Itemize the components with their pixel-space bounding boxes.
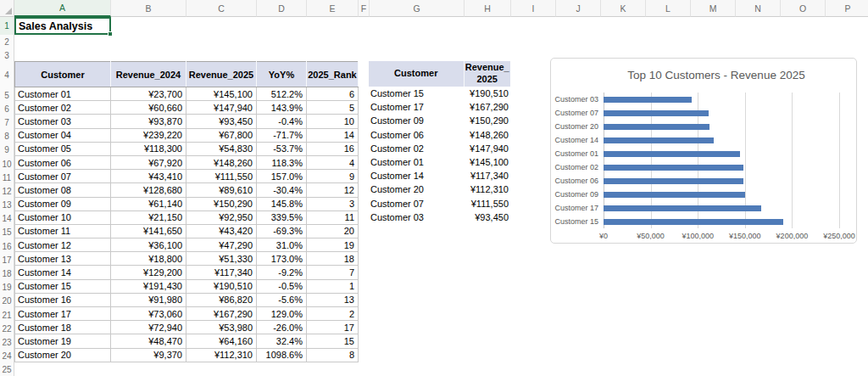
row-header-13[interactable]: 13	[0, 199, 14, 212]
cell[interactable]: 3	[307, 197, 359, 210]
cell[interactable]: Customer 12	[15, 239, 111, 252]
cell[interactable]: -53.7%	[257, 142, 307, 155]
cell[interactable]: ¥191,430	[111, 279, 186, 293]
select-all-corner[interactable]	[0, 0, 14, 17]
cell[interactable]: 143.9%	[257, 101, 307, 115]
cell[interactable]: ¥150,290	[464, 114, 510, 127]
cell[interactable]: 129.0%	[257, 307, 307, 321]
cell[interactable]: ¥9,370	[111, 348, 186, 362]
row-header-23[interactable]: 23	[0, 335, 14, 349]
cell[interactable]: 4	[307, 155, 359, 169]
row-header-17[interactable]: 17	[0, 253, 14, 267]
column-header-B[interactable]: B	[111, 0, 186, 17]
row-header-25[interactable]: 25	[0, 363, 14, 376]
cell[interactable]: ¥67,800	[186, 128, 257, 142]
cell[interactable]: 5	[307, 101, 359, 115]
cell[interactable]: Customer 15	[15, 279, 111, 293]
column-header-K[interactable]: K	[601, 0, 646, 17]
cell[interactable]: ¥93,450	[464, 210, 510, 224]
chart-bar[interactable]	[604, 137, 714, 143]
column-header-F[interactable]: F	[359, 0, 370, 17]
cell[interactable]: ¥112,310	[464, 182, 510, 196]
cell[interactable]: ¥54,830	[186, 142, 257, 155]
cell[interactable]: 15	[307, 334, 359, 348]
cell[interactable]: ¥18,800	[111, 252, 186, 266]
cell[interactable]: ¥150,290	[186, 197, 257, 210]
cell[interactable]: 18	[307, 252, 359, 266]
cell[interactable]: 1	[307, 279, 359, 293]
row-header-11[interactable]: 11	[0, 171, 14, 184]
column-header-cell[interactable]: Revenue_2025	[186, 62, 257, 87]
cell[interactable]: 9	[307, 170, 359, 183]
cell[interactable]: ¥141,650	[111, 224, 186, 238]
cell[interactable]: Customer 05	[15, 142, 111, 155]
cell[interactable]: ¥129,200	[111, 266, 186, 279]
column-header-cell[interactable]: Revenue_2024	[111, 62, 186, 87]
cell[interactable]: Customer 03	[369, 210, 464, 224]
column-header-L[interactable]: L	[646, 0, 691, 17]
chart-bar[interactable]	[604, 151, 740, 157]
row-header-4[interactable]: 4	[0, 62, 14, 88]
cell[interactable]: 12	[307, 183, 359, 197]
row-header-14[interactable]: 14	[0, 212, 14, 226]
cell[interactable]: 7	[307, 266, 359, 279]
cell[interactable]: ¥60,660	[111, 101, 186, 115]
cell[interactable]: Customer 14	[15, 266, 111, 279]
cell[interactable]: ¥43,420	[186, 224, 257, 238]
cell[interactable]: ¥91,980	[111, 293, 186, 306]
cell[interactable]: ¥145,100	[186, 87, 257, 101]
row-header-21[interactable]: 21	[0, 308, 14, 322]
row-header-16[interactable]: 16	[0, 239, 14, 253]
row-header-7[interactable]: 7	[0, 115, 14, 129]
cell[interactable]: -0.4%	[257, 115, 307, 128]
cell[interactable]: ¥23,700	[111, 87, 186, 101]
column-header-E[interactable]: E	[307, 0, 359, 17]
cell[interactable]: ¥51,330	[186, 252, 257, 266]
cell[interactable]: Customer 14	[369, 169, 464, 182]
cell[interactable]: ¥112,310	[186, 348, 257, 362]
cell[interactable]: -9.2%	[257, 266, 307, 279]
cell[interactable]: ¥111,550	[186, 170, 257, 183]
cell[interactable]: Customer 13	[15, 252, 111, 266]
cell[interactable]: ¥48,470	[111, 334, 186, 348]
row-header-3[interactable]: 3	[0, 48, 14, 62]
row-header-5[interactable]: 5	[0, 88, 14, 102]
cell[interactable]: 157.0%	[257, 170, 307, 183]
cell[interactable]: 118.3%	[257, 155, 307, 169]
cell[interactable]: ¥36,100	[111, 239, 186, 252]
cell[interactable]: Customer 10	[15, 210, 111, 224]
column-header-D[interactable]: D	[257, 0, 307, 17]
cell[interactable]: ¥117,340	[464, 169, 510, 182]
column-header-cell[interactable]: YoY%	[257, 62, 307, 87]
cell[interactable]: 512.2%	[257, 87, 307, 101]
cell[interactable]: 11	[307, 210, 359, 224]
cell[interactable]: ¥21,150	[111, 210, 186, 224]
cell[interactable]: 173.0%	[257, 252, 307, 266]
cell[interactable]: 19	[307, 239, 359, 252]
chart-bar[interactable]	[604, 219, 783, 225]
cell[interactable]: Customer 15	[369, 87, 464, 100]
cell[interactable]: ¥239,220	[111, 128, 186, 142]
cell[interactable]: Customer 20	[15, 348, 111, 362]
cell[interactable]: ¥118,300	[111, 142, 186, 155]
selected-cell-a1[interactable]: Sales Analysis	[14, 17, 111, 35]
column-header-J[interactable]: J	[556, 0, 601, 17]
cell[interactable]: ¥111,550	[464, 197, 510, 210]
cell[interactable]: ¥73,060	[111, 307, 186, 321]
cell[interactable]: ¥145,100	[464, 155, 510, 169]
cell[interactable]: Customer 06	[15, 155, 111, 169]
column-header-N[interactable]: N	[736, 0, 781, 17]
column-header-cell[interactable]: Customer	[369, 61, 464, 87]
cell[interactable]: ¥147,940	[186, 101, 257, 115]
cell[interactable]: ¥86,820	[186, 293, 257, 306]
row-header-15[interactable]: 15	[0, 226, 14, 239]
cell[interactable]: Customer 08	[15, 183, 111, 197]
cell[interactable]: Customer 18	[15, 321, 111, 334]
column-header-O[interactable]: O	[781, 0, 826, 17]
row-header-18[interactable]: 18	[0, 267, 14, 280]
chart-bar[interactable]	[604, 165, 743, 171]
cell[interactable]: ¥61,140	[111, 197, 186, 210]
cell[interactable]: ¥147,940	[464, 142, 510, 155]
cell[interactable]: 8	[307, 348, 359, 362]
cell[interactable]: Customer 17	[15, 307, 111, 321]
